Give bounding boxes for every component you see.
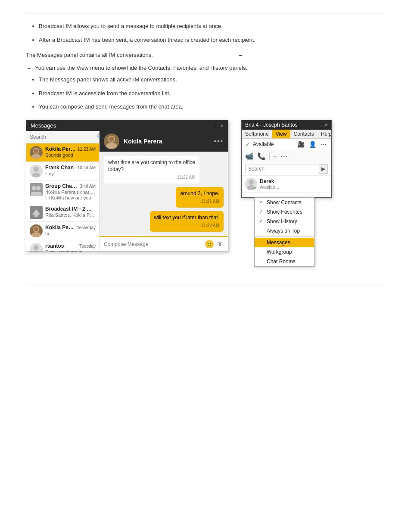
bullet-item: Broadcast IM is accessible from the conv… bbox=[39, 89, 385, 98]
messages-search-bar: 🔍 ✎ bbox=[26, 131, 99, 143]
svg-point-14 bbox=[34, 214, 38, 217]
bria-contact-list: Derek Availab... bbox=[242, 176, 331, 197]
messages-window: Messages – × 🔍 ✎ bbox=[26, 120, 228, 252]
message-time: 11:21 AM bbox=[108, 174, 195, 180]
status-checkmark-icon: ✓ bbox=[245, 141, 250, 148]
titlebar-controls: – × bbox=[214, 122, 224, 129]
dropdown-item-messages[interactable]: Messages bbox=[255, 238, 314, 247]
toolbar-divider bbox=[269, 152, 270, 159]
video-icon[interactable]: 🎥 bbox=[296, 140, 306, 148]
conv-preview: hi bbox=[45, 231, 96, 236]
bria-menubar: Softphone View Contacts Help bbox=[242, 130, 331, 139]
svg-point-25 bbox=[109, 137, 114, 142]
bria-titlebar-controls: – × bbox=[319, 122, 328, 128]
dropdown-item-workgroup[interactable]: Workgroup bbox=[255, 247, 314, 257]
bullet-item: You can compose and send messages from t… bbox=[39, 103, 385, 111]
conv-name: Broadcast IM - 2 Reci... bbox=[45, 206, 94, 212]
bria-contact-avatar bbox=[245, 178, 257, 190]
conversation-item[interactable]: Frank Chan 10:44 AM Hey bbox=[26, 162, 99, 180]
more-icon[interactable]: ⋯ bbox=[319, 140, 328, 148]
options-icon[interactable]: ⋯ bbox=[280, 152, 287, 160]
bottom-bullet-list: The Messages panel shows all active IM c… bbox=[39, 75, 385, 111]
message-text: what time are you coming to the office t… bbox=[108, 159, 195, 173]
dropdown-item-show-contacts[interactable]: ✓ Show Contacts bbox=[255, 198, 314, 207]
chat-messages: what time are you coming to the office t… bbox=[100, 152, 228, 236]
svg-point-27 bbox=[249, 180, 254, 185]
bria-search-input[interactable] bbox=[245, 165, 319, 173]
more-options-button[interactable]: ••• bbox=[214, 137, 224, 145]
bria-close-button[interactable]: × bbox=[325, 122, 328, 128]
dropdown-item-always-on-top[interactable]: Always on Top bbox=[255, 226, 314, 236]
conv-name: Group Chat -.... bbox=[45, 183, 78, 189]
svg-point-18 bbox=[34, 227, 38, 231]
conv-time: 10:44 AM bbox=[78, 165, 96, 170]
conv-name: Kokila Perera bbox=[45, 224, 75, 230]
search-input[interactable] bbox=[30, 134, 94, 140]
avatar bbox=[30, 165, 43, 177]
conversation-item[interactable]: Kokila Perera 11:23 AM Sounds good bbox=[26, 143, 99, 162]
bria-window: Bria 4 - Joseph Santos – × Softphone Vie… bbox=[241, 120, 332, 198]
broadcast-avatar bbox=[30, 206, 43, 219]
emoji-icon[interactable]: 🙂 bbox=[205, 240, 214, 249]
messages-body: 🔍 ✎ bbox=[26, 131, 228, 252]
bria-minimize-button[interactable]: – bbox=[319, 122, 322, 128]
minus-icon[interactable]: – bbox=[273, 152, 277, 160]
bria-icons-row: 🎥 👤 ⋯ bbox=[296, 140, 328, 148]
conversation-item[interactable]: Group Chat -.... 3:49 AM *Kokila Perera'… bbox=[26, 180, 99, 203]
conv-preview: Hey bbox=[45, 171, 96, 176]
menu-contacts[interactable]: Contacts bbox=[290, 130, 318, 138]
message-bubble: will text you if later than that. 11:22 … bbox=[150, 211, 224, 232]
view-dropdown-menu: ✓ Show Contacts ✓ Show Favorites ✓ Show … bbox=[254, 197, 314, 267]
page-container: Broadcast IM allows you to send a messag… bbox=[0, 0, 411, 297]
close-button[interactable]: × bbox=[220, 122, 224, 129]
compose-input[interactable] bbox=[104, 241, 202, 247]
dropdown-separator bbox=[255, 236, 314, 237]
check-icon-empty bbox=[259, 240, 264, 245]
conv-preview: *Kokila Perera's chat, starte... bbox=[45, 190, 96, 195]
person-icon[interactable]: 👤 bbox=[308, 140, 318, 148]
bria-contact-item[interactable]: Derek Availab... bbox=[242, 176, 331, 193]
conv-preview: Rita Santos, Kokila Perera bbox=[45, 212, 96, 218]
messages-right-panel: Kokila Perera ••• what time are you comi… bbox=[100, 131, 228, 252]
menu-view[interactable]: View bbox=[272, 130, 290, 138]
message-bubble: around 3, I hope. 11:21 AM bbox=[176, 187, 224, 208]
bria-search-icon[interactable]: ▶ bbox=[319, 164, 328, 174]
conv-name: rsantos bbox=[45, 243, 64, 249]
conversation-item[interactable]: rsantos Tuesday Sure, count me in bbox=[26, 240, 99, 252]
menu-softphone[interactable]: Softphone bbox=[242, 130, 272, 138]
chat-header-avatar bbox=[104, 134, 119, 149]
menu-help[interactable]: Help bbox=[318, 130, 335, 138]
check-icon: ✓ bbox=[259, 218, 264, 224]
avatar bbox=[30, 146, 43, 159]
dropdown-item-label: Show Favorites bbox=[267, 209, 302, 215]
conv-info: Frank Chan 10:44 AM Hey bbox=[45, 165, 96, 176]
conversation-item[interactable]: Broadcast IM - 2 Reci... Rita Santos, Ko… bbox=[26, 203, 99, 222]
svg-point-3 bbox=[34, 149, 38, 153]
phone-icon[interactable]: 📞 bbox=[257, 152, 266, 160]
screenshots-row: Messages – × 🔍 ✎ bbox=[26, 120, 385, 267]
message-text: around 3, I hope. bbox=[180, 190, 219, 196]
conversation-item[interactable]: Kokila Perera Yesterday hi bbox=[26, 222, 99, 240]
minimize-button[interactable]: – bbox=[214, 122, 217, 129]
dropdown-item-label: Messages bbox=[267, 240, 290, 246]
bullet-item: Broadcast IM allows you to send a messag… bbox=[39, 22, 385, 31]
check-icon: ✓ bbox=[259, 199, 264, 205]
dropdown-item-label: Always on Top bbox=[267, 228, 300, 234]
dropdown-item-show-favorites[interactable]: ✓ Show Favorites bbox=[255, 207, 314, 217]
bullet-item: After a Broadcast IM has been sent, a co… bbox=[39, 36, 385, 44]
messages-window-title: Messages bbox=[31, 122, 56, 129]
send-button[interactable]: 👁 bbox=[217, 240, 224, 248]
dropdown-item-chat-rooms[interactable]: Chat Rooms bbox=[255, 257, 314, 266]
message-time: 11:21 AM bbox=[180, 199, 219, 205]
conv-info: Broadcast IM - 2 Reci... Rita Santos, Ko… bbox=[45, 206, 96, 218]
dropdown-item-show-history[interactable]: ✓ Show History bbox=[255, 217, 314, 226]
conv-time: Tuesday bbox=[79, 244, 96, 249]
dropdown-item-label: Workgroup bbox=[267, 249, 292, 255]
message-bubble: what time are you coming to the office t… bbox=[104, 156, 199, 184]
top-bullet-list: Broadcast IM allows you to send a messag… bbox=[39, 22, 385, 44]
conv-name: Frank Chan bbox=[45, 165, 74, 171]
bria-contact-substatus: Availab... bbox=[260, 184, 279, 190]
video-call-icon[interactable]: 📹 bbox=[245, 152, 254, 160]
bria-section: Bria 4 - Joseph Santos – × Softphone Vie… bbox=[241, 120, 332, 267]
contact-status-indicator bbox=[254, 187, 257, 190]
